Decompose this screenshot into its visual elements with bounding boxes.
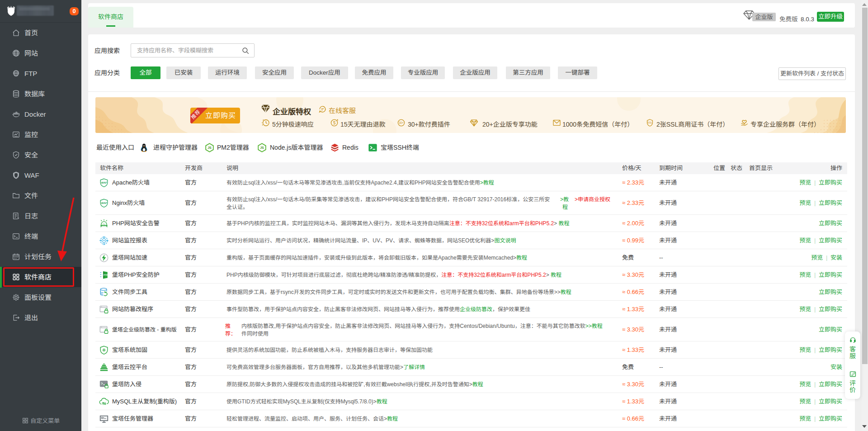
svg-text:PHP: PHP	[104, 274, 108, 276]
svg-text:SSL: SSL	[647, 121, 652, 124]
svg-text:JS: JS	[260, 146, 264, 149]
svg-text:WAF: WAF	[101, 181, 107, 184]
svg-text:30+: 30+	[399, 121, 404, 124]
svg-text:JS: JS	[208, 146, 212, 149]
svg-text:WAF: WAF	[101, 202, 107, 204]
svg-text:php: php	[102, 223, 106, 225]
